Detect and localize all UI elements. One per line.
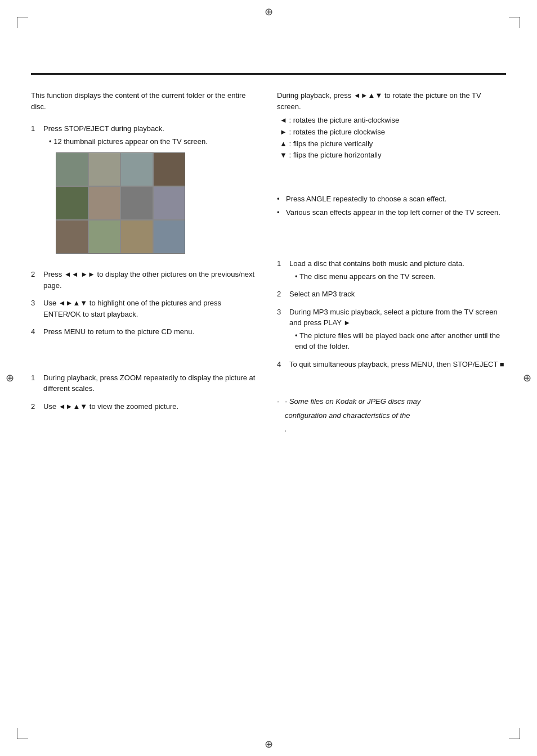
section-gap (31, 358, 260, 372)
step-content: During playback, press ZOOM repeatedly t… (43, 372, 260, 394)
step-content: During MP3 music playback, select a pict… (289, 307, 506, 352)
reg-mark-right: ⊕ (523, 372, 531, 384)
list-item: • Various scan effects appear in the top… (277, 207, 506, 218)
bullet-symbol: • (277, 194, 286, 205)
step-text: During playback, press ZOOM repeatedly t… (43, 374, 255, 393)
note-line3: . (285, 424, 506, 435)
step-number: 2 (31, 401, 43, 412)
list-item: 2 Use ◄►▲▼ to view the zoomed picture. (31, 401, 260, 412)
step-content: Press MENU to return to the picture CD m… (43, 326, 260, 338)
thumbnail-grid (56, 152, 185, 254)
step-text: Select an MP3 track (289, 290, 355, 298)
step-text: Press ◄◄ ►► to display the other picture… (43, 270, 254, 290)
thumbnail-cell (56, 187, 88, 219)
thumbnail-cell (121, 153, 153, 186)
thumbnail-cell (89, 220, 120, 253)
step-text: During MP3 music playback, select a pict… (289, 308, 498, 327)
step-content: Press ◄◄ ►► to display the other picture… (43, 269, 260, 291)
bullet-text: Various scan effects appear in the top l… (286, 207, 500, 218)
thumbnail-cell (56, 153, 88, 186)
step-sub: • 12 thumbnail pictures appear on the TV… (49, 136, 260, 147)
step-number: 1 (277, 258, 289, 282)
thumbnail-cell (154, 153, 185, 186)
right-column: During playback, press ◄►▲▼ to rotate th… (277, 79, 506, 722)
section-gap (277, 244, 506, 258)
section-gap (277, 382, 506, 396)
step-content: Select an MP3 track (289, 289, 506, 300)
step-text: Press STOP/EJECT during playback. (43, 124, 164, 133)
rotate-item: ▲ : flips the picture vertically (280, 138, 506, 150)
step-number: 4 (31, 326, 43, 338)
list-item: 1 During playback, press ZOOM repeatedly… (31, 372, 260, 394)
step-content: Load a disc that contains both music and… (289, 258, 506, 282)
step-number: 2 (277, 289, 289, 300)
reg-mark-bottom: ⊕ (265, 738, 273, 750)
left-column: This function displays the content of th… (31, 79, 260, 722)
corner-mark-tl (17, 17, 28, 28)
thumbnail-cell (154, 187, 185, 219)
top-rule (31, 73, 506, 75)
simultaneous-steps-list: 1 Load a disc that contains both music a… (277, 258, 506, 370)
scan-bullet-list: • Press ANGLE repeatedly to choose a sca… (277, 194, 506, 218)
step-sub: • The picture files will be played back … (295, 330, 506, 352)
note-text: . (285, 425, 287, 433)
step-sub: • The disc menu appears on the TV screen… (295, 271, 506, 282)
step-text: Use ◄►▲▼ to highlight one of the picture… (43, 299, 221, 318)
step-content: Use ◄►▲▼ to view the zoomed picture. (43, 401, 260, 412)
rotate-item: ▼ : flips the picture horizontally (280, 150, 506, 161)
scan-section: • Press ANGLE repeatedly to choose a sca… (277, 194, 506, 218)
rotate-intro: During playback, press ◄►▲▼ to rotate th… (277, 90, 506, 112)
step-number: 1 (31, 123, 43, 262)
thumbnail-cell (89, 153, 120, 186)
section-gap (277, 174, 506, 188)
note-section: - - Some files on Kodak or JPEG discs ma… (277, 396, 506, 435)
step-text: Press MENU to return to the picture CD m… (43, 327, 194, 336)
step-content: To quit simultaneous playback, press MEN… (289, 359, 506, 370)
simultaneous-section: 1 Load a disc that contains both music a… (277, 258, 506, 370)
bullet-symbol: • (277, 207, 286, 218)
intro-paragraph: This function displays the content of th… (31, 90, 260, 112)
rotate-items: ◄ : rotates the picture anti-clockwise ►… (280, 115, 506, 161)
step-number: 4 (277, 359, 289, 370)
list-item: 2 Press ◄◄ ►► to display the other pictu… (31, 269, 260, 291)
step-text: To quit simultaneous playback, press MEN… (289, 360, 504, 368)
list-item: 3 During MP3 music playback, select a pi… (277, 307, 506, 352)
thumbnail-cell (154, 220, 185, 253)
step-number: 3 (31, 298, 43, 320)
section-gap (277, 230, 506, 244)
bullet-text: Press ANGLE repeatedly to choose a scan … (286, 194, 446, 205)
note-line1: - - Some files on Kodak or JPEG discs ma… (277, 396, 506, 407)
zoom-steps-list: 1 During playback, press ZOOM repeatedly… (31, 372, 260, 412)
step-text: Load a disc that contains both music and… (289, 259, 464, 268)
reg-mark-left: ⊕ (6, 372, 14, 384)
note-text: - Some files on Kodak or JPEG discs may (285, 397, 420, 406)
list-item: 2 Select an MP3 track (277, 289, 506, 300)
note-text: configuration and characteristics of the (285, 411, 410, 420)
list-item: • Press ANGLE repeatedly to choose a sca… (277, 194, 506, 205)
thumbnail-cell (121, 220, 153, 253)
step-number: 2 (31, 269, 43, 291)
rotate-item: ◄ : rotates the picture anti-clockwise (280, 115, 506, 127)
step-content: Use ◄►▲▼ to highlight one of the picture… (43, 298, 260, 320)
rotate-section: During playback, press ◄►▲▼ to rotate th… (277, 90, 506, 161)
list-item: 3 Use ◄►▲▼ to highlight one of the pictu… (31, 298, 260, 320)
corner-mark-tr (509, 17, 520, 28)
note-line2: configuration and characteristics of the (285, 410, 506, 421)
thumbnail-cell (56, 220, 88, 253)
corner-mark-br (509, 728, 520, 739)
step-number: 1 (31, 372, 43, 394)
step-content: Press STOP/EJECT during playback. • 12 t… (43, 123, 260, 262)
content-area: This function displays the content of th… (31, 79, 506, 722)
thumbnail-steps-list: 1 Press STOP/EJECT during playback. • 12… (31, 123, 260, 338)
reg-mark-top: ⊕ (265, 6, 273, 18)
thumbnail-cell (89, 187, 120, 219)
note-dash: - (277, 397, 279, 406)
thumbnail-cell (121, 187, 153, 219)
list-item: 4 Press MENU to return to the picture CD… (31, 326, 260, 338)
step-number: 3 (277, 307, 289, 352)
list-item: 1 Press STOP/EJECT during playback. • 12… (31, 123, 260, 262)
rotate-item: ► : rotates the picture clockwise (280, 127, 506, 138)
corner-mark-bl (17, 728, 28, 739)
list-item: 1 Load a disc that contains both music a… (277, 258, 506, 282)
list-item: 4 To quit simultaneous playback, press M… (277, 359, 506, 370)
